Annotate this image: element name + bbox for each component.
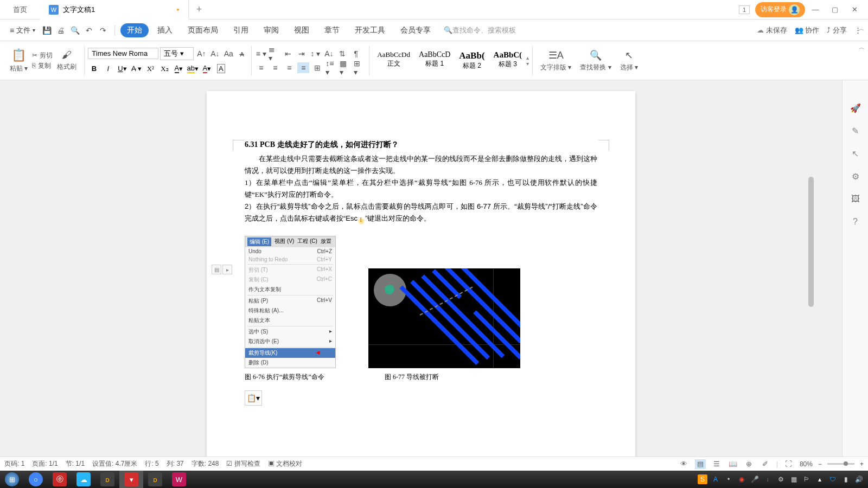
status-page-of[interactable]: 页面: 1/1 (32, 459, 58, 468)
collab-button[interactable]: 👥 协作 (795, 25, 820, 35)
strike-button[interactable]: A̶ ▾ (130, 63, 142, 74)
expand-up-icon[interactable]: ︿ (858, 24, 865, 34)
login-badge[interactable]: 访客登录 👤 (755, 2, 805, 17)
char-border-button[interactable]: A (215, 63, 227, 74)
cursor-tool-icon[interactable]: ↖ (850, 147, 861, 159)
subscript-button[interactable]: X₂ (158, 63, 170, 74)
tray-battery-icon[interactable]: ▮ (841, 474, 851, 484)
font-color-button[interactable]: A ▾ (201, 63, 213, 74)
tray-a-icon[interactable]: A (711, 474, 720, 484)
style-body[interactable]: AaBbCcDd 正文 (373, 49, 414, 72)
collapse-ribbon-icon[interactable]: ︿ (859, 43, 865, 52)
print-icon[interactable]: 🖨 (55, 24, 67, 36)
tray-gear-icon[interactable]: ⚙ (776, 474, 786, 484)
tray-up-icon[interactable]: ▴ (815, 474, 825, 484)
share-button[interactable]: ⤴ 分享 (827, 25, 847, 35)
tab-devtools[interactable]: 开发工具 (348, 23, 392, 37)
bold-button[interactable]: B (88, 63, 100, 74)
undo-icon[interactable]: ↶ (83, 24, 95, 36)
pencil-icon[interactable]: ✐ (760, 459, 771, 469)
task-chrome[interactable]: ○ (24, 471, 48, 488)
highlight-button[interactable]: ab ▾ (187, 63, 199, 74)
task-wps[interactable]: W (167, 471, 191, 488)
tray-dot-icon[interactable]: • (724, 474, 733, 484)
tab-start[interactable]: 开始 (120, 23, 149, 37)
preview-icon[interactable]: 🔍 (69, 24, 81, 36)
grow-font-icon[interactable]: A↑ (195, 48, 207, 59)
indent-icon[interactable]: ⇥ (296, 48, 308, 59)
font-size-select[interactable]: 五号 ▾ (160, 47, 194, 60)
tray-rec-icon[interactable]: ◉ (737, 474, 746, 484)
text-effect-button[interactable]: A ▾ (173, 63, 184, 74)
brush-icon[interactable]: 🖌 (62, 49, 72, 61)
italic-button[interactable]: I (102, 63, 114, 74)
tab-reference[interactable]: 引用 (227, 23, 255, 37)
tab-chapter[interactable]: 章节 (318, 23, 346, 37)
task-app3[interactable]: ▾ (119, 471, 143, 488)
float-more-icon[interactable]: ▸ (222, 265, 232, 274)
borders-icon[interactable]: ⊞ ▾ (354, 62, 366, 73)
tray-down-icon[interactable]: ↓ (763, 474, 773, 484)
style-h3[interactable]: AaBbC( 标题 3 (489, 49, 527, 72)
scrollbar[interactable] (807, 171, 815, 444)
float-page-icon[interactable]: ▤ (212, 265, 221, 274)
help-icon[interactable]: ? (850, 216, 861, 228)
sort-icon[interactable]: A↓ (323, 48, 335, 59)
tray-sound-icon[interactable]: 🔊 (854, 474, 864, 484)
status-section[interactable]: 节: 1/1 (66, 459, 85, 468)
font-name-select[interactable]: Times New Roma (88, 48, 158, 59)
tab-home[interactable]: 首页 (0, 0, 40, 20)
status-spellcheck[interactable]: ☑ 拼写检查 (226, 459, 260, 468)
zoom-out-icon[interactable]: − (818, 460, 822, 468)
tab-member[interactable]: 会员专享 (394, 23, 437, 37)
tray-shield-icon[interactable]: 🛡 (828, 474, 838, 484)
tab-layout[interactable]: 页面布局 (181, 23, 225, 37)
tab-insert[interactable]: 插入 (151, 23, 179, 37)
outline-view-icon[interactable]: ☰ (711, 459, 722, 469)
superscript-button[interactable]: X² (144, 63, 156, 74)
page[interactable]: 6.31 PCB 走线走好了的走线，如何进行打断？ 在某些走线中只需要去截断这条… (207, 91, 635, 471)
zoom-in-icon[interactable]: + (860, 460, 864, 468)
unsaved-indicator[interactable]: ☁ 未保存 (757, 25, 787, 35)
tray-sogou-icon[interactable]: S (698, 474, 707, 484)
outdent-icon[interactable]: ⇤ (282, 48, 294, 59)
style-h2[interactable]: AaBb( 标题 2 (455, 49, 489, 72)
tray-flag-icon[interactable]: 🏳 (802, 474, 812, 484)
file-menu[interactable]: ≡ 文件 ▾ (7, 24, 39, 36)
tab-review[interactable]: 审阅 (257, 23, 285, 37)
copy-button[interactable]: ⎘ 复制 (32, 61, 53, 70)
status-page-number[interactable]: 页码: 1 (4, 459, 24, 468)
find-replace-button[interactable]: 🔍 查找替换 ▾ (576, 49, 615, 72)
page-view-icon[interactable]: ▤ (695, 459, 706, 469)
redo-icon[interactable]: ↷ (97, 24, 109, 36)
scroll-thumb[interactable] (808, 177, 814, 307)
clear-format-icon[interactable]: ᴀ̶ (236, 48, 248, 59)
zoom-slider[interactable] (827, 463, 854, 465)
text-layout-button[interactable]: ☰A 文字排版 ▾ (536, 49, 576, 72)
settings-icon[interactable]: ⚙ (850, 170, 861, 182)
cut-button[interactable]: ✂ 剪切 (32, 51, 53, 60)
status-row[interactable]: 行: 5 (145, 459, 158, 468)
start-button[interactable]: ⊞ (0, 471, 24, 488)
change-case-icon[interactable]: Aa (222, 48, 234, 59)
close-button[interactable]: ✕ (845, 2, 864, 17)
paste-icon[interactable]: 📋 (11, 48, 26, 62)
format-painter-button[interactable]: 格式刷 (57, 62, 76, 72)
pen-icon[interactable]: ✎ (850, 125, 861, 137)
line-height-icon[interactable]: ↕ ▾ (309, 48, 321, 59)
new-tab-button[interactable]: + (189, 4, 210, 15)
bullet-list-icon[interactable]: ≡ ▾ (255, 48, 267, 59)
distribute-icon[interactable]: ⊞ (311, 62, 323, 73)
maximize-button[interactable]: ▢ (826, 2, 844, 17)
status-proofread[interactable]: ▣ 文档校对 (268, 459, 302, 468)
task-app1[interactable]: ☁ (72, 471, 95, 488)
tray-box-icon[interactable]: ▦ (789, 474, 799, 484)
align-left-icon[interactable]: ≡ (255, 62, 267, 73)
linespacing-icon[interactable]: ↕≡ ▾ (326, 62, 337, 73)
rocket-icon[interactable]: 🚀 (850, 102, 861, 114)
align-center-icon[interactable]: ≡ (269, 62, 281, 73)
zoom-level[interactable]: 80% (800, 460, 813, 468)
task-netease[interactable]: ⓔ (48, 471, 72, 488)
underline-button[interactable]: U ▾ (116, 63, 128, 74)
align-right-icon[interactable]: ≡ (283, 62, 295, 73)
